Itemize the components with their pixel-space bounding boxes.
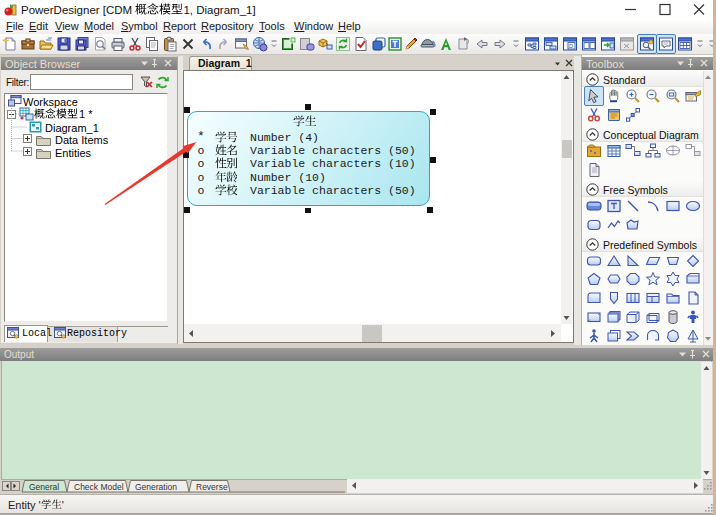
svg-text:D: D	[569, 43, 573, 49]
